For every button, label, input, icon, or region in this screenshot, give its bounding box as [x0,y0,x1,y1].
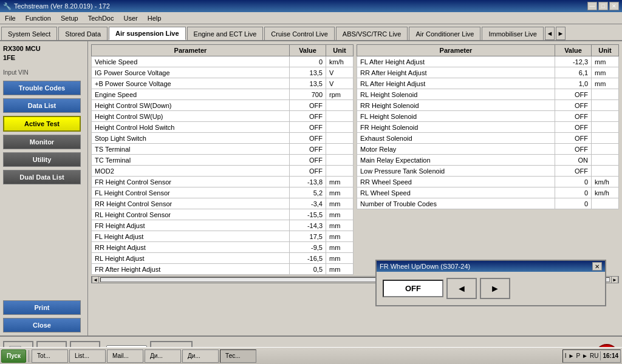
left-table-row: Height Control SW(Up)OFF [92,111,354,122]
right-value-10: OFF [555,166,592,177]
left-table-row: RR Height Control Sensor-3,4mm [92,198,354,209]
monitor-button[interactable]: Monitor [3,135,81,149]
right-table-row: RL After Height Adjust1,0mm [357,78,619,89]
left-table-row: FR Height Adjust-14,3mm [92,220,354,231]
menu-user[interactable]: User [121,14,139,22]
right-param-12: RL Wheel Speed [357,187,555,198]
utility-button[interactable]: Utility [3,152,81,167]
left-param-14: RL Height Control Sensor [92,209,290,220]
tab-system-select[interactable]: System Select [1,27,57,40]
close-button[interactable]: ✕ [609,2,619,10]
menu-function[interactable]: Function [24,14,53,22]
right-value-7: OFF [555,133,592,144]
left-table-row: Height Control SW(Down)OFF [92,100,354,111]
left-param-18: RL Height Adjust [92,253,290,264]
taskbar-app-1[interactable]: Tot... [32,349,68,363]
menu-help[interactable]: Help [146,14,163,22]
taskbar-app-2[interactable]: List... [69,349,106,363]
right-value-2: 1,0 [555,78,592,89]
left-value-0: 0 [290,56,326,67]
scroll-right-arrow[interactable]: ► [611,276,618,283]
left-table-row: IG Power Source Voltage13,5V [92,67,354,78]
right-table-row: Number of Trouble Codes0 [357,198,619,209]
left-value-12: 5,2 [290,187,326,198]
left-table-row: FL Height Control Sensor5,2mm [92,187,354,198]
left-unit-17: mm [326,242,354,253]
left-table-row: Height Control Hold SwitchOFF [92,122,354,133]
tab-air-suspension[interactable]: Air suspension Live [109,27,186,40]
left-unit-16: mm [326,231,354,242]
menu-file[interactable]: File [3,14,18,22]
right-param-13: Number of Trouble Codes [357,198,555,209]
left-param-5: Height Control SW(Up) [92,111,290,122]
maximize-button[interactable]: □ [598,2,608,10]
popup-close-button[interactable]: ✕ [592,262,602,271]
right-table-row: RL Wheel Speed0km/h [357,187,619,198]
left-unit-5 [326,111,354,122]
left-value-17: -9,5 [290,242,326,253]
right-unit-0: mm [592,56,619,67]
popup-left-arrow-button[interactable]: ◄ [446,278,477,299]
right-value-4: OFF [555,100,592,111]
left-col-param: Parameter [92,45,290,56]
taskbar-app-6[interactable]: Тес... [220,349,256,363]
left-value-16: 17,5 [290,231,326,242]
taskbar-app-4[interactable]: Ди... [145,349,181,363]
tab-cruise-control[interactable]: Cruise Control Live [264,27,335,40]
menu-setup[interactable]: Setup [59,14,80,22]
right-unit-11: km/h [592,177,619,187]
data-list-button[interactable]: Data List [3,98,81,113]
left-table-row: RL Height Control Sensor-15,5mm [92,209,354,220]
right-table-row: FL Height SolenoidOFF [357,111,619,122]
left-data-table: Parameter Value Unit Vehicle Speed0km/hI… [91,44,354,275]
left-param-12: FL Height Control Sensor [92,187,290,198]
right-unit-12: km/h [592,187,619,198]
sidebar: RX300 MCU 1FE Input VIN Trouble Codes Da… [0,41,88,335]
left-param-2: +B Power Source Voltage [92,78,290,89]
left-unit-2: V [326,78,354,89]
close-sidebar-button[interactable]: Close [3,318,81,332]
right-table-row: RL Height SolenoidOFF [357,89,619,100]
title-text: Techstream (Ver 8.20.019) - 172 [14,2,110,10]
popup-value: OFF [383,280,443,297]
tab-stored-data[interactable]: Stored Data [58,27,108,40]
tab-scroll-right[interactable]: ► [556,27,566,40]
tray-divider [600,351,601,360]
tab-scroll-left[interactable]: ◄ [545,27,555,40]
right-param-6: FR Height Solenoid [357,122,555,133]
scroll-left-arrow[interactable]: ◄ [92,276,99,283]
right-unit-3 [592,89,619,100]
car-model: RX300 MCU [3,44,84,53]
tab-engine-ect[interactable]: Engine and ECT Live [187,27,264,40]
taskbar-app-3[interactable]: Mail... [107,349,143,363]
right-value-8: OFF [555,144,592,155]
right-param-5: FL Height Solenoid [357,111,555,122]
right-value-9: ON [555,155,592,166]
car-info: RX300 MCU 1FE [3,44,84,63]
minimize-button[interactable]: — [587,2,597,10]
left-table-row: FR Height Control Sensor-13,8mm [92,177,354,187]
right-unit-6 [592,122,619,133]
left-unit-12: mm [326,187,354,198]
left-unit-18: mm [326,253,354,264]
right-table-row: FR Height SolenoidOFF [357,122,619,133]
left-value-13: -3,4 [290,198,326,209]
right-unit-8 [592,144,619,155]
tray-lang: RU [590,352,598,359]
active-test-button[interactable]: Active Test [3,116,81,132]
menu-techdoc[interactable]: TechDoc [86,14,116,22]
left-unit-9 [326,155,354,166]
tab-abs-vsc[interactable]: ABS/VSC/TRC Live [336,27,408,40]
trouble-codes-button[interactable]: Trouble Codes [3,81,81,95]
tab-air-conditioner[interactable]: Air Conditioner Live [409,27,480,40]
left-table-row: Engine Speed700rpm [92,89,354,100]
start-button[interactable]: Пуск [1,349,26,363]
left-param-17: RR Height Adjust [92,242,290,253]
left-value-8: OFF [290,144,326,155]
popup-content: OFF ◄ ► [377,272,605,305]
tab-immobiliser[interactable]: Immobiliser Live [482,27,543,40]
taskbar-app-5[interactable]: Ди... [182,349,219,363]
dual-data-list-button[interactable]: Dual Data List [3,170,81,184]
print-button[interactable]: Print [3,300,81,315]
popup-right-arrow-button[interactable]: ► [480,278,510,299]
